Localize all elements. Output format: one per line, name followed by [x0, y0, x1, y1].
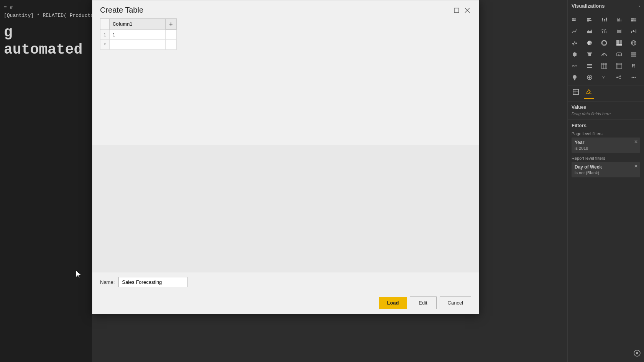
- viz-tabs: [568, 85, 644, 102]
- cancel-button[interactable]: Cancel: [440, 296, 471, 309]
- fields-tab[interactable]: [571, 88, 581, 99]
- column1-header[interactable]: Column1: [109, 19, 165, 30]
- visualizations-panel: Visualizations ›: [567, 0, 644, 362]
- dayofweek-filter-close-icon[interactable]: ✕: [634, 164, 638, 169]
- year-filter-name: Year: [575, 140, 637, 145]
- svg-rect-1: [574, 18, 576, 20]
- collapse-panel-icon[interactable]: ›: [639, 4, 640, 8]
- svg-rect-11: [604, 20, 605, 21]
- kpi-icon[interactable]: KPI: [569, 61, 580, 71]
- waterfall-icon[interactable]: [628, 26, 639, 37]
- name-input[interactable]: [118, 277, 187, 287]
- dayofweek-filter-value: is not (Blank): [575, 170, 637, 175]
- add-column-button[interactable]: +: [166, 19, 177, 30]
- svg-rect-10: [604, 19, 605, 20]
- row-1-extra: [166, 30, 177, 40]
- dialog-titlebar: Create Table: [92, 0, 479, 18]
- row-1-col1[interactable]: 1: [109, 30, 165, 40]
- svg-text:?: ?: [602, 75, 605, 80]
- maximize-button[interactable]: [453, 7, 460, 14]
- year-filter-close-icon[interactable]: ✕: [634, 139, 638, 144]
- close-button[interactable]: [463, 7, 471, 14]
- svg-point-32: [574, 41, 575, 43]
- svg-rect-16: [619, 18, 620, 21]
- svg-rect-20: [631, 20, 633, 21]
- svg-point-72: [632, 77, 633, 78]
- r-visual-icon[interactable]: R: [628, 61, 639, 71]
- stacked-bar-chart-icon[interactable]: [569, 15, 580, 25]
- svg-marker-22: [587, 29, 592, 33]
- svg-rect-26: [631, 31, 632, 33]
- donut-chart-icon[interactable]: [599, 38, 610, 48]
- svg-rect-15: [618, 19, 619, 21]
- card-icon[interactable]: 123: [614, 49, 624, 60]
- year-filter-value: is 2018: [575, 146, 637, 151]
- multi-row-card-icon[interactable]: [628, 49, 639, 60]
- viz-icons-grid: 123 KPI R ?: [568, 12, 644, 85]
- dayofweek-filter-card[interactable]: Day of Week is not (Blank) ✕: [572, 162, 640, 177]
- decomp-tree-icon[interactable]: [614, 72, 624, 83]
- pie-chart-icon[interactable]: [584, 38, 595, 48]
- more-visuals-icon[interactable]: [628, 72, 639, 83]
- table-icon[interactable]: [599, 61, 610, 71]
- funnel-icon[interactable]: [584, 49, 595, 60]
- dayofweek-filter-name: Day of Week: [575, 164, 637, 170]
- svg-rect-52: [587, 66, 592, 66]
- svg-point-70: [619, 75, 621, 77]
- line-chart-icon[interactable]: [569, 26, 580, 37]
- data-table: Column1 + 1 1 *: [100, 18, 177, 50]
- line-stacked-icon[interactable]: [599, 26, 610, 37]
- svg-rect-18: [631, 18, 634, 20]
- svg-rect-75: [573, 89, 578, 95]
- clustered-col-chart-icon[interactable]: [614, 15, 624, 25]
- code-line-1: = #: [4, 4, 88, 12]
- slicer-icon[interactable]: [584, 61, 595, 71]
- year-filter-card[interactable]: Year is 2018 ✕: [572, 138, 640, 153]
- svg-rect-17: [621, 20, 621, 21]
- format-tab[interactable]: [584, 88, 594, 99]
- visualizations-title: Visualizations: [572, 3, 605, 9]
- svg-text:123: 123: [618, 54, 622, 56]
- svg-rect-58: [616, 63, 622, 69]
- dialog-title: Create Table: [100, 6, 143, 15]
- svg-rect-2: [572, 20, 575, 21]
- map-icon[interactable]: [628, 38, 639, 48]
- values-title: Values: [572, 105, 640, 110]
- visualizations-header: Visualizations ›: [568, 0, 644, 12]
- filters-title: Filters: [572, 123, 640, 128]
- clustered-bar-chart-icon[interactable]: [584, 15, 595, 25]
- row-new-col1[interactable]: [109, 40, 165, 50]
- dialog-actions: Load Edit Cancel: [92, 292, 479, 314]
- stacked-col-chart-icon[interactable]: [599, 15, 610, 25]
- svg-point-71: [619, 78, 621, 79]
- gauge-icon[interactable]: [599, 49, 610, 60]
- edit-button[interactable]: Edit: [410, 296, 437, 309]
- page-level-filters-label: Page level filters: [572, 131, 640, 136]
- svg-rect-3: [575, 20, 576, 21]
- svg-rect-27: [632, 31, 633, 31]
- svg-rect-49: [631, 56, 636, 57]
- svg-text:R: R: [632, 63, 635, 69]
- svg-point-73: [633, 77, 634, 78]
- scatter-chart-icon[interactable]: [569, 38, 580, 48]
- matrix-icon[interactable]: [614, 61, 624, 71]
- load-button[interactable]: Load: [379, 297, 406, 309]
- svg-rect-8: [602, 18, 603, 20]
- svg-rect-28: [633, 30, 634, 32]
- filled-map2-icon[interactable]: [569, 72, 580, 83]
- area-chart-icon[interactable]: [584, 26, 595, 37]
- custom-visual-icon[interactable]: [584, 72, 595, 83]
- qa-visual-icon[interactable]: ?: [599, 72, 610, 83]
- svg-point-31: [572, 43, 574, 44]
- table-row-new: *: [100, 40, 177, 50]
- filled-map-icon[interactable]: [569, 49, 580, 60]
- dialog-name-row: Name:: [92, 272, 479, 292]
- ribbon-chart-icon[interactable]: [614, 26, 624, 37]
- row-num-1: 1: [100, 30, 110, 40]
- treemap-icon[interactable]: [614, 38, 624, 48]
- svg-point-34: [573, 44, 575, 46]
- svg-rect-9: [602, 20, 603, 21]
- svg-rect-5: [587, 19, 590, 20]
- hundred-pct-bar-icon[interactable]: [628, 15, 639, 25]
- smart-narrative-icon[interactable]: [633, 349, 641, 359]
